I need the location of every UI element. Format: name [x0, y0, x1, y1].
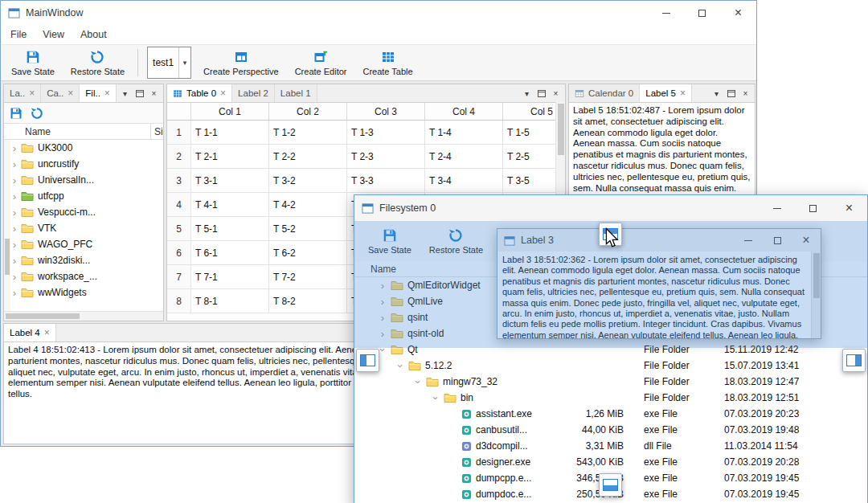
filesystem-row-mingw73-32[interactable]: ›mingw73_32File Folder18.03.2019 12:47 [354, 374, 867, 390]
center-tab-label-1[interactable]: Label 1 [275, 84, 317, 102]
filesystem-row-assistant-exe[interactable]: assistant.exe1,26 MiBexe File07.03.2019 … [354, 406, 867, 422]
tree-item-utfcpp[interactable]: ›utfcpp [4, 188, 163, 204]
tab-close-icon[interactable]: × [68, 88, 73, 98]
expand-chevron-icon[interactable]: › [413, 374, 424, 389]
table-cell[interactable]: T 4-1 [191, 193, 269, 217]
tab-close-icon[interactable]: × [680, 88, 686, 98]
expand-chevron-icon[interactable]: › [9, 288, 20, 298]
expand-chevron-icon[interactable]: › [9, 159, 20, 170]
tree-item-vtk[interactable]: ›VTK [4, 220, 163, 236]
tabs-menu-icon[interactable]: ▾ [710, 88, 723, 100]
table-cell[interactable]: T 3-3 [347, 169, 425, 193]
expand-chevron-icon[interactable]: › [9, 175, 20, 186]
tree-item-vespucci-m[interactable]: ›Vespucci-m... [4, 204, 163, 220]
tree-item-win32diski[interactable]: ›win32diski... [4, 252, 163, 268]
expand-chevron-icon[interactable]: › [9, 239, 20, 250]
filesystem-row-designer-exe[interactable]: designer.exe543,00 KiBexe File07.03.2019… [354, 454, 867, 470]
left-tree-hscrollbar[interactable] [4, 311, 163, 321]
left-tab-la[interactable]: La..× [4, 84, 41, 102]
filesystem-row-bin[interactable]: ›binFile Folder18.03.2019 12:51 [354, 390, 867, 406]
tree-item-universalin[interactable]: ›UniversalIn... [4, 172, 163, 188]
undock-icon[interactable] [133, 88, 145, 100]
left-tab-ca[interactable]: Ca..× [41, 84, 80, 102]
table-cell[interactable]: T 3-1 [191, 169, 269, 193]
column-header-col-2[interactable]: Col 2 [269, 103, 347, 121]
column-header-col-4[interactable]: Col 4 [425, 103, 503, 121]
close-dock-icon[interactable]: × [550, 88, 562, 100]
expand-chevron-icon[interactable]: › [9, 191, 20, 202]
close-dock-icon[interactable]: × [148, 88, 160, 100]
expand-chevron-icon[interactable]: › [9, 223, 20, 234]
tab-close-icon[interactable]: × [220, 88, 226, 98]
menu-about[interactable]: About [72, 29, 115, 40]
table-cell[interactable]: T 2-2 [269, 145, 347, 169]
left-tree-header[interactable]: Name Si [4, 124, 163, 140]
table-cell[interactable]: T 8-1 [191, 289, 269, 313]
undock-icon[interactable] [725, 88, 737, 100]
table-cell[interactable]: T 1-3 [347, 121, 425, 145]
center-tab-label-2[interactable]: Label 2 [232, 84, 275, 102]
expand-chevron-icon[interactable]: › [9, 272, 20, 282]
scrollbar-handle[interactable] [6, 313, 80, 319]
drop-indicator-left[interactable] [356, 349, 379, 372]
filesystem-row-d3dcompil[interactable]: d3dcompil...3,31 MiBdll File11.03.2014 1… [354, 438, 867, 454]
expand-chevron-icon[interactable]: › [9, 207, 20, 218]
filesystem-row-5-12-2[interactable]: ›5.12.2File Folder15.07.2019 13:41 [354, 358, 867, 374]
table-cell[interactable]: T 6-1 [191, 241, 269, 265]
maximize-button[interactable] [795, 195, 831, 221]
menu-file[interactable]: File [2, 29, 35, 40]
table-cell[interactable]: T 8-2 [269, 289, 347, 313]
expand-chevron-icon[interactable]: › [431, 391, 441, 405]
table-cell[interactable]: T 2-4 [425, 145, 503, 169]
close-button[interactable]: × [831, 195, 867, 221]
create-table-button[interactable]: Create Table [355, 45, 420, 80]
table-cell[interactable]: T 1-2 [269, 121, 347, 145]
drop-indicator-bottom[interactable] [599, 473, 622, 497]
close-dock-icon[interactable]: × [739, 88, 751, 100]
tab-close-icon[interactable]: × [104, 88, 110, 98]
create-perspective-button[interactable]: Create Perspective [196, 45, 286, 80]
save-state-icon-button[interactable] [9, 106, 23, 121]
tabs-menu-icon[interactable]: ▾ [521, 88, 533, 100]
filesystem-titlebar[interactable]: Filesystem 0 × [354, 195, 867, 221]
restore-state-button[interactable]: Restore State [63, 45, 132, 80]
filesystem-row-canbusutil[interactable]: canbusutil...44,00 KiBexe File07.03.2019… [354, 422, 867, 438]
scrollbar-handle[interactable] [5, 239, 10, 275]
tree-item-uk3000[interactable]: ›UK3000 [4, 140, 163, 156]
right-tab-calendar-0[interactable]: Calendar 0 [569, 84, 640, 102]
bottom-tab-label-4[interactable]: Label 4× [4, 324, 56, 341]
table-cell[interactable]: T 1-1 [191, 121, 269, 145]
minimize-button[interactable] [759, 195, 795, 221]
expand-chevron-icon[interactable]: › [9, 143, 20, 153]
column-header-col-3[interactable]: Col 3 [347, 103, 425, 121]
create-editor-button[interactable]: Create Editor [288, 45, 354, 80]
tree-item-wwwidgets[interactable]: ›wwWidgets [4, 284, 163, 301]
minimize-button[interactable] [648, 1, 684, 25]
table-cell[interactable]: T 4-2 [269, 193, 347, 217]
tab-close-icon[interactable]: × [44, 328, 50, 337]
expand-chevron-icon[interactable]: › [395, 358, 406, 373]
tab-close-icon[interactable]: × [29, 88, 35, 98]
column-header-col-1[interactable]: Col 1 [191, 103, 269, 121]
table-cell[interactable]: T 3-4 [425, 169, 503, 193]
table-cell[interactable]: T 1-4 [425, 121, 503, 145]
close-button[interactable]: × [720, 1, 756, 25]
main-titlebar[interactable]: MainWindow × [1, 1, 756, 25]
tabs-menu-icon[interactable]: ▾ [119, 88, 131, 100]
center-tab-table-0[interactable]: Table 0× [167, 84, 232, 102]
table-cell[interactable]: T 5-2 [269, 217, 347, 241]
drop-indicator-right[interactable] [842, 349, 866, 372]
perspective-select[interactable]: test1 ▾ [147, 47, 191, 79]
tree-item-uncrustify[interactable]: ›uncrustify [4, 156, 163, 172]
left-tree-vscrollbar[interactable] [4, 140, 10, 311]
left-tab-fil[interactable]: Fil..× [80, 84, 117, 102]
table-cell[interactable]: T 3-2 [269, 169, 347, 193]
tree-item-workspace[interactable]: ›workspace_... [4, 268, 163, 284]
menu-view[interactable]: View [35, 29, 72, 40]
table-cell[interactable]: T 7-1 [191, 265, 269, 289]
table-cell[interactable]: T 6-2 [269, 241, 347, 265]
right-tab-label-5[interactable]: Label 5× [640, 84, 692, 102]
undock-icon[interactable] [535, 88, 547, 100]
save-state-button[interactable]: Save State [4, 45, 62, 80]
tree-item-wago-pfc[interactable]: ›WAGO_PFC [4, 236, 163, 252]
